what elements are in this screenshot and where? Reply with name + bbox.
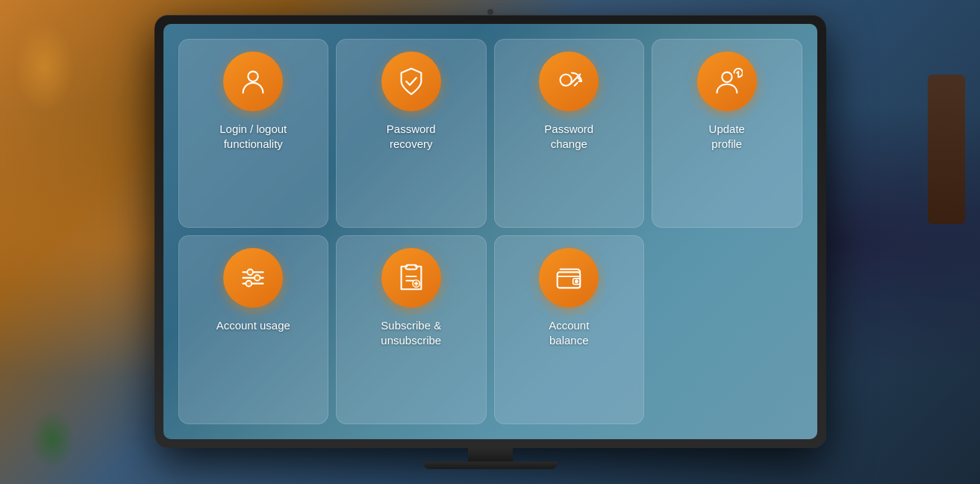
password-change-label: Passwordchange — [544, 122, 593, 151]
card-password-recovery[interactable]: Passwordrecovery — [336, 39, 487, 228]
monitor-screen: Login / logoutfunctionality Passwordreco… — [163, 24, 817, 439]
subscribe-label: Subscribe &unsubscribe — [381, 318, 441, 347]
password-recovery-icon-circle — [381, 52, 441, 111]
account-balance-icon-circle — [539, 248, 599, 308]
subscribe-icon-circle — [381, 248, 441, 308]
monitor-container: Login / logoutfunctionality Passwordreco… — [155, 15, 826, 469]
svg-point-20 — [575, 280, 578, 282]
svg-point-9 — [248, 270, 254, 276]
stand-neck — [468, 448, 513, 462]
card-subscribe-unsubscribe[interactable]: Subscribe &unsubscribe — [336, 235, 487, 424]
account-usage-icon-circle — [223, 248, 283, 308]
login-logout-label: Login / logoutfunctionality — [219, 122, 287, 151]
wallet-icon — [553, 262, 584, 294]
account-balance-label: Accountbalance — [549, 318, 589, 347]
profile-refresh-icon — [711, 66, 743, 97]
update-profile-icon-circle — [697, 52, 757, 111]
account-usage-label: Account usage — [216, 318, 290, 333]
card-account-usage[interactable]: Account usage — [178, 235, 329, 424]
shield-check-icon — [396, 66, 427, 97]
monitor-stand — [423, 448, 558, 469]
card-update-profile[interactable]: Updateprofile — [652, 39, 802, 228]
svg-point-5 — [722, 72, 731, 82]
password-recovery-label: Passwordrecovery — [387, 122, 436, 151]
key-icon — [553, 66, 584, 97]
stand-base — [423, 462, 558, 469]
lamp-decoration — [15, 22, 75, 112]
document-edit-icon — [396, 262, 427, 294]
svg-point-0 — [249, 72, 258, 81]
svg-line-4 — [575, 83, 578, 86]
sliders-icon — [237, 262, 269, 294]
password-change-icon-circle — [539, 52, 599, 111]
svg-point-11 — [246, 281, 252, 287]
webcam — [487, 9, 493, 15]
monitor-outer: Login / logoutfunctionality Passwordreco… — [155, 15, 826, 448]
person-icon — [237, 66, 269, 97]
card-login-logout[interactable]: Login / logoutfunctionality — [178, 39, 329, 228]
plant-decoration — [30, 409, 75, 469]
speaker-decoration — [928, 75, 965, 224]
card-password-change[interactable]: Passwordchange — [494, 39, 645, 228]
svg-point-10 — [255, 275, 260, 281]
login-logout-icon-circle — [223, 52, 283, 111]
update-profile-label: Updateprofile — [709, 122, 745, 151]
feature-grid: Login / logoutfunctionality Passwordreco… — [178, 39, 802, 424]
card-account-balance[interactable]: Accountbalance — [494, 235, 645, 424]
